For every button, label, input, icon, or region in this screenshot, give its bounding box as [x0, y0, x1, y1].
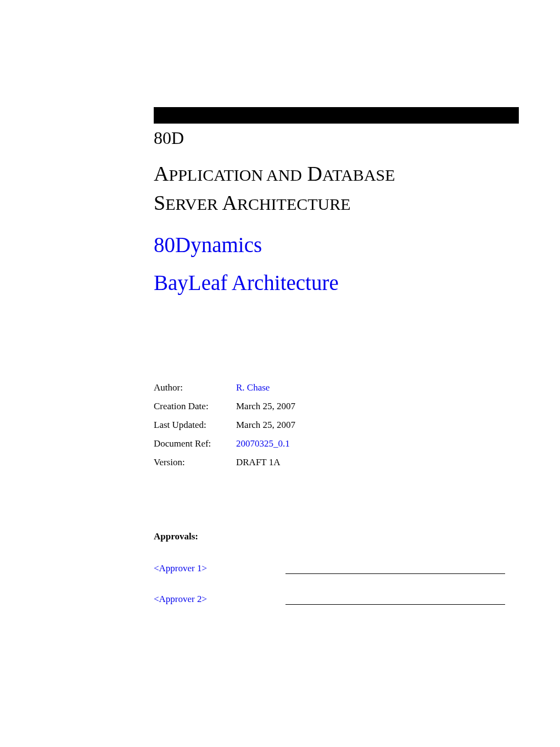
author-label: Author: [154, 382, 236, 393]
meta-row-version: Version: DRAFT 1A [154, 457, 505, 468]
version-value: DRAFT 1A [236, 457, 280, 468]
creation-value: March 25, 2007 [236, 401, 295, 412]
docref-value: 20070325_0.1 [236, 438, 290, 449]
header-bar [154, 107, 519, 124]
approvals-heading: Approvals: [154, 531, 505, 542]
document-short-code: 80D [154, 128, 505, 148]
author-value: R. Chase [236, 382, 270, 393]
approval-row-2: <Approver 2> [154, 594, 505, 605]
metadata-table: Author: R. Chase Creation Date: March 25… [154, 382, 505, 468]
creation-label: Creation Date: [154, 401, 236, 412]
approval-row-1: <Approver 1> [154, 563, 505, 574]
docref-label: Document Ref: [154, 438, 236, 449]
signature-line-2 [285, 604, 505, 605]
meta-row-updated: Last Updated: March 25, 2007 [154, 420, 505, 431]
title-line-2: SERVER ARCHITECTURE [154, 191, 351, 214]
title-line-1: APPLICATION AND DATABASE [154, 162, 395, 185]
updated-label: Last Updated: [154, 420, 236, 431]
approver-2: <Approver 2> [154, 594, 285, 605]
approver-1: <Approver 1> [154, 563, 285, 574]
meta-row-docref: Document Ref: 20070325_0.1 [154, 438, 505, 449]
meta-row-creation: Creation Date: March 25, 2007 [154, 401, 505, 412]
project-name: 80Dynamics [154, 231, 505, 259]
updated-value: March 25, 2007 [236, 420, 295, 431]
document-title: APPLICATION AND DATABASE SERVER ARCHITEC… [154, 159, 505, 218]
signature-line-1 [285, 573, 505, 574]
architecture-name: BayLeaf Architecture [154, 269, 505, 297]
meta-row-author: Author: R. Chase [154, 382, 505, 393]
version-label: Version: [154, 457, 236, 468]
document-page: 80D APPLICATION AND DATABASE SERVER ARCH… [0, 0, 560, 679]
